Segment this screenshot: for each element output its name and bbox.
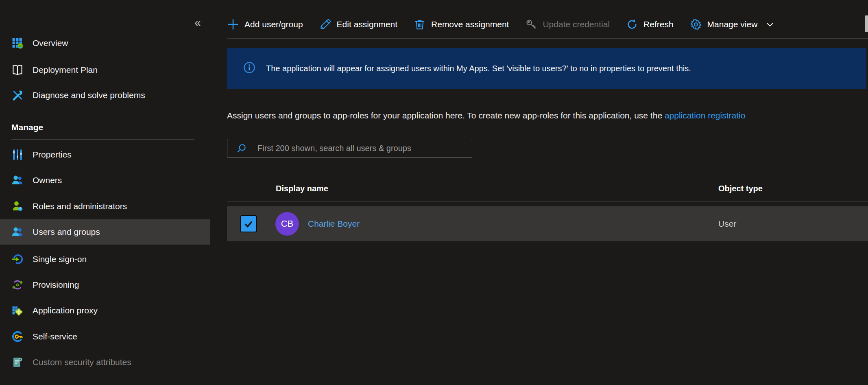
sidebar-item-label: Deployment Plan (33, 65, 98, 75)
manage-view-button[interactable]: Manage view (690, 18, 775, 31)
pencil-icon (319, 18, 331, 31)
object-type-value: User (718, 206, 736, 241)
sidebar-item-self-service[interactable]: Self-service (0, 324, 210, 349)
button-label: Refresh (643, 20, 674, 29)
sidebar-item-label: Custom security attributes (33, 357, 131, 367)
sidebar-item-label: Overview (33, 38, 68, 48)
sync-icon (11, 279, 24, 291)
row-checkbox[interactable] (240, 215, 257, 232)
document-gear-icon (11, 356, 24, 368)
search-box (227, 139, 472, 158)
sidebar-item-overview[interactable]: Overview (0, 31, 210, 56)
proxy-icon (11, 304, 24, 317)
sidebar-item-label: Provisioning (33, 280, 79, 290)
sidebar-item-users-and-groups[interactable]: Users and groups (0, 219, 210, 245)
sidebar-collapse-icon[interactable]: « (194, 17, 201, 28)
checkmark-icon (243, 219, 254, 229)
sidebar-section-manage: Manage (11, 120, 43, 135)
button-label: Update credential (543, 20, 610, 29)
vertical-scrollbar[interactable] (865, 15, 868, 32)
search-icon (236, 143, 247, 153)
button-label: Manage view (707, 20, 758, 29)
remove-assignment-button[interactable]: Remove assignment (414, 18, 509, 31)
toolbar-divider (227, 38, 868, 39)
trash-icon (414, 18, 426, 31)
sidebar-item-label: Application proxy (33, 306, 98, 315)
info-banner: The application will appear for assigned… (227, 48, 866, 89)
button-label: Remove assignment (431, 20, 509, 29)
table-row[interactable]: CB Charlie Boyer User (227, 206, 868, 241)
key-icon (525, 18, 537, 31)
tools-icon (11, 89, 24, 101)
update-credential-button[interactable]: Update credential (525, 18, 610, 31)
sliders-icon (11, 149, 24, 161)
info-icon (243, 61, 255, 75)
refresh-icon (626, 18, 638, 31)
sidebar-item-provisioning[interactable]: Provisioning (0, 272, 210, 298)
sidebar-item-label: Single sign-on (33, 254, 87, 264)
sidebar-item-custom-security-attributes[interactable]: Custom security attributes (0, 350, 210, 375)
refresh-button[interactable]: Refresh (626, 18, 674, 31)
search-input[interactable] (257, 144, 468, 153)
sidebar-item-owners[interactable]: Owners (0, 168, 210, 193)
chevron-down-icon (765, 20, 775, 29)
people-icon (11, 226, 24, 238)
description-text: Assign users and groups to app-roles for… (227, 111, 665, 120)
banner-text: The application will appear for assigned… (266, 64, 691, 73)
overview-grid-icon (11, 37, 24, 49)
plus-icon (227, 18, 239, 31)
sign-in-icon (11, 253, 24, 265)
sidebar-item-label: Properties (33, 150, 72, 160)
sidebar-item-deployment-plan[interactable]: Deployment Plan (0, 57, 210, 83)
avatar: CB (275, 212, 299, 236)
key-circle-icon (11, 330, 24, 343)
users-and-groups-blade: { "sidebar": { "collapse_icon": "\u00ab"… (0, 0, 868, 385)
people-icon (11, 174, 24, 186)
user-display-name-link[interactable]: Charlie Boyer (308, 206, 360, 241)
sidebar-item-label: Users and groups (33, 227, 100, 237)
gear-icon (690, 18, 702, 31)
sidebar-item-roles[interactable]: Roles and administrators (0, 194, 210, 219)
edit-assignment-button[interactable]: Edit assignment (319, 18, 397, 31)
add-user-group-button[interactable]: Add user/group (227, 18, 303, 31)
assign-description: Assign users and groups to app-roles for… (227, 110, 868, 121)
sidebar-item-properties[interactable]: Properties (0, 142, 210, 167)
book-icon (11, 64, 24, 76)
sidebar: « Overview Deployment Plan Diagnose and … (0, 0, 210, 385)
sidebar-item-single-sign-on[interactable]: Single sign-on (0, 247, 210, 272)
sidebar-item-label: Roles and administrators (33, 201, 127, 211)
person-role-icon (11, 200, 24, 212)
avatar-initials: CB (281, 219, 294, 229)
sidebar-item-label: Owners (33, 175, 62, 185)
sidebar-item-diagnose[interactable]: Diagnose and solve problems (0, 83, 210, 108)
column-header-display-name[interactable]: Display name (276, 182, 328, 195)
application-registration-link[interactable]: application registratio (665, 111, 745, 120)
button-label: Add user/group (244, 20, 303, 29)
sidebar-item-label: Self-service (33, 332, 77, 341)
table-header-divider (227, 201, 868, 202)
sidebar-item-application-proxy[interactable]: Application proxy (0, 298, 210, 323)
command-bar: Add user/group Edit assignment Remove as… (227, 11, 775, 37)
sidebar-item-label: Diagnose and solve problems (33, 90, 145, 100)
sidebar-divider (11, 139, 194, 140)
column-header-object-type[interactable]: Object type (718, 182, 763, 195)
button-label: Edit assignment (337, 20, 397, 29)
